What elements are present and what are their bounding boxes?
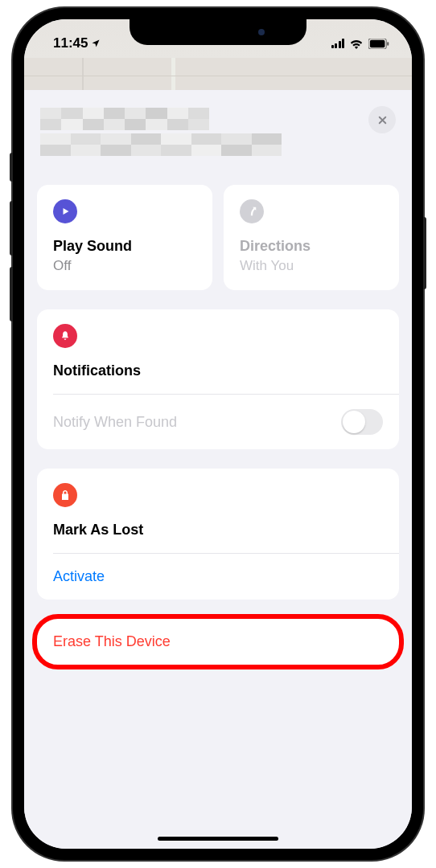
erase-section: Erase This Device <box>37 619 399 665</box>
wifi-icon <box>349 39 364 49</box>
directions-status: With You <box>240 258 383 274</box>
close-button[interactable] <box>368 106 396 133</box>
notifications-section: Notifications Notify When Found <box>37 309 399 449</box>
notify-when-found-label: Notify When Found <box>53 414 177 431</box>
svg-rect-2 <box>387 42 389 46</box>
notify-when-found-row: Notify When Found <box>53 394 399 449</box>
status-time: 11:45 <box>53 35 88 51</box>
device-name-redacted <box>40 108 209 130</box>
erase-this-device-button[interactable]: Erase This Device <box>37 619 399 665</box>
play-sound-title: Play Sound <box>53 238 196 255</box>
activate-link: Activate <box>53 568 105 585</box>
lock-icon <box>53 483 77 507</box>
mark-as-lost-title: Mark As Lost <box>53 522 383 538</box>
play-sound-card[interactable]: Play Sound Off <box>37 185 212 290</box>
activate-row[interactable]: Activate <box>53 553 399 600</box>
close-icon <box>377 115 388 125</box>
bell-icon <box>53 324 77 348</box>
device-sheet: Play Sound Off Directions With You <box>24 90 412 849</box>
play-icon <box>53 199 77 223</box>
phone-frame: 11:45 <box>13 8 423 860</box>
directions-title: Directions <box>240 238 383 255</box>
battery-icon <box>368 39 389 49</box>
directions-icon <box>240 199 264 223</box>
cellular-icon <box>331 39 345 48</box>
notify-toggle[interactable] <box>341 409 383 435</box>
directions-card: Directions With You <box>224 185 399 290</box>
screen: 11:45 <box>24 19 412 849</box>
home-indicator[interactable] <box>158 837 278 841</box>
location-icon <box>91 39 101 48</box>
map-background <box>24 58 412 90</box>
notifications-title: Notifications <box>53 362 383 379</box>
play-sound-status: Off <box>53 258 196 274</box>
svg-rect-1 <box>370 39 385 47</box>
device-location-redacted <box>40 133 282 156</box>
mark-as-lost-section: Mark As Lost Activate <box>37 469 399 600</box>
